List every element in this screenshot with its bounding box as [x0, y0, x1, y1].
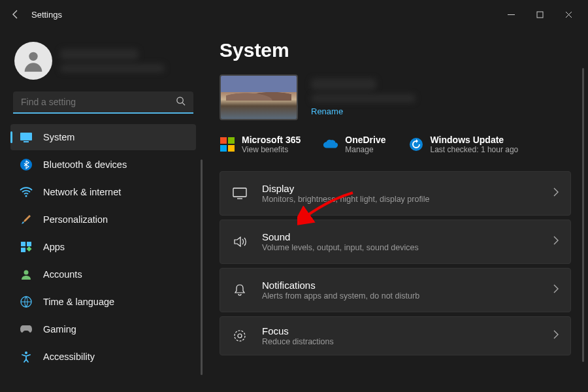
settings-list: DisplayMonitors, brightness, night light…	[220, 171, 571, 355]
device-name-redacted	[311, 78, 376, 90]
nav-item-network[interactable]: Network & internet	[10, 179, 196, 205]
status-windows-update[interactable]: Windows UpdateLast checked: 1 hour ago	[408, 135, 519, 154]
wifi-icon	[20, 186, 33, 199]
nav-item-accessibility[interactable]: Accessibility	[10, 344, 196, 370]
chevron-right-icon	[553, 284, 559, 296]
setting-display[interactable]: DisplayMonitors, brightness, night light…	[220, 171, 571, 216]
nav-label: System	[43, 132, 74, 142]
card-title: Display	[262, 183, 539, 194]
setting-focus[interactable]: FocusReduce distractions	[220, 316, 571, 355]
svg-rect-9	[21, 248, 25, 252]
chevron-right-icon	[553, 330, 559, 342]
gamepad-icon	[20, 323, 33, 336]
display-icon	[20, 131, 33, 144]
back-button[interactable]	[5, 4, 26, 25]
svg-point-1	[29, 52, 37, 61]
nav-item-accounts[interactable]: Accounts	[10, 261, 196, 287]
nav-label: Apps	[43, 242, 65, 252]
profile-block[interactable]	[14, 42, 196, 80]
focus-icon	[232, 328, 248, 344]
nav-item-time-language[interactable]: Time & language	[10, 289, 196, 315]
device-info: Rename	[311, 78, 416, 116]
page-title: System	[220, 39, 571, 61]
svg-rect-0	[537, 12, 543, 18]
update-icon	[408, 137, 424, 152]
nav-label: Bluetooth & devices	[43, 159, 127, 170]
nav-label: Network & internet	[43, 187, 121, 197]
card-sub: Reduce distractions	[262, 337, 539, 346]
chevron-right-icon	[553, 188, 559, 199]
status-sub: Manage	[345, 145, 385, 154]
status-onedrive[interactable]: OneDriveManage	[323, 135, 385, 154]
content-scrollbar[interactable]	[582, 68, 584, 362]
nav-label: Accessibility	[43, 351, 95, 362]
setting-notifications[interactable]: NotificationsAlerts from apps and system…	[220, 268, 571, 312]
maximize-button[interactable]	[525, 4, 554, 25]
brush-icon	[20, 213, 33, 226]
sound-icon	[232, 234, 248, 250]
status-title: Microsoft 365	[242, 135, 301, 145]
svg-point-16	[238, 334, 242, 338]
rename-link[interactable]: Rename	[311, 106, 416, 116]
card-title: Sound	[262, 231, 539, 242]
monitor-icon	[232, 186, 248, 201]
device-model-redacted	[311, 94, 416, 103]
sidebar: System Bluetooth & devices Network & int…	[0, 29, 203, 392]
chevron-right-icon	[553, 236, 559, 248]
nav-item-personalization[interactable]: Personalization	[10, 206, 196, 233]
status-sub: Last checked: 1 hour ago	[431, 145, 519, 154]
nav-label: Time & language	[43, 297, 114, 307]
titlebar: Settings	[0, 0, 588, 29]
nav-item-apps[interactable]: Apps	[10, 234, 196, 260]
search-box[interactable]	[13, 91, 193, 114]
svg-rect-8	[27, 242, 31, 246]
status-row: Microsoft 365View benefits OneDriveManag…	[220, 135, 571, 154]
profile-name-redacted	[60, 49, 196, 73]
content-pane: System Rename Microsoft 365View benefits…	[203, 29, 588, 392]
window-controls	[497, 4, 583, 25]
status-sub: View benefits	[242, 145, 301, 154]
close-button[interactable]	[554, 4, 583, 25]
window-title: Settings	[31, 10, 62, 20]
person-icon	[20, 268, 33, 281]
setting-sound[interactable]: SoundVolume levels, output, input, sound…	[220, 220, 571, 264]
bell-icon	[232, 282, 248, 298]
nav-item-bluetooth[interactable]: Bluetooth & devices	[10, 152, 196, 178]
card-sub: Volume levels, output, input, sound devi…	[262, 243, 539, 252]
svg-point-2	[177, 97, 183, 103]
onedrive-icon	[323, 137, 338, 152]
minimize-button[interactable]	[497, 4, 525, 25]
apps-icon	[20, 240, 33, 253]
svg-rect-3	[20, 133, 32, 140]
nav-list: System Bluetooth & devices Network & int…	[10, 124, 196, 385]
svg-rect-7	[21, 242, 25, 246]
card-title: Focus	[262, 325, 539, 336]
microsoft-icon	[220, 137, 235, 152]
search-input[interactable]	[21, 97, 176, 107]
svg-point-15	[235, 331, 245, 341]
status-ms365[interactable]: Microsoft 365View benefits	[220, 135, 301, 154]
svg-point-10	[24, 270, 29, 275]
card-title: Notifications	[262, 280, 539, 291]
device-row: Rename	[220, 74, 571, 120]
globe-icon	[20, 295, 33, 308]
accessibility-icon	[20, 350, 33, 363]
device-thumbnail[interactable]	[220, 74, 298, 120]
svg-rect-4	[24, 141, 29, 142]
svg-point-12	[25, 351, 27, 354]
main-layout: System Bluetooth & devices Network & int…	[0, 29, 588, 392]
svg-rect-14	[233, 188, 246, 197]
nav-item-gaming[interactable]: Gaming	[10, 316, 196, 342]
avatar	[14, 42, 52, 80]
bluetooth-icon	[20, 158, 33, 171]
nav-item-system[interactable]: System	[10, 124, 196, 150]
nav-label: Accounts	[43, 269, 82, 280]
search-icon	[176, 96, 186, 108]
status-title: OneDrive	[345, 135, 385, 145]
nav-label: Personalization	[43, 214, 108, 225]
svg-point-6	[25, 195, 27, 197]
status-title: Windows Update	[431, 135, 519, 145]
nav-label: Gaming	[43, 324, 76, 335]
card-sub: Monitors, brightness, night light, displ…	[262, 195, 539, 204]
card-sub: Alerts from apps and system, do not dist…	[262, 291, 539, 301]
